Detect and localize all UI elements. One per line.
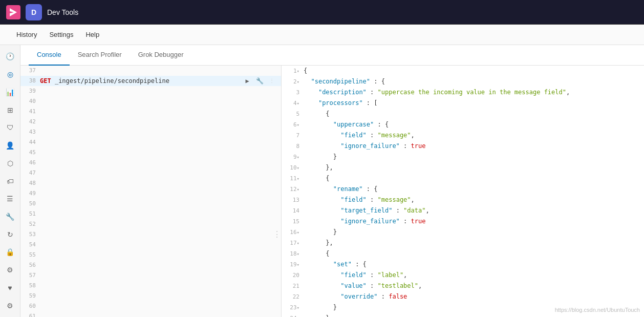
sidebar-icon-stack[interactable]: ☰ bbox=[2, 192, 18, 206]
sidebar-icon-wrench[interactable]: 🔧 bbox=[2, 209, 18, 224]
split-pane: 37 38 GET _ingest/pipeline/secondpipelin… bbox=[20, 66, 644, 317]
json-line-13: 13 "field" : "message", bbox=[282, 195, 644, 205]
editor-line-42: 42 bbox=[20, 117, 281, 127]
json-line-16: 16 } bbox=[282, 227, 644, 238]
editor-line-54: 54 bbox=[20, 240, 281, 250]
menu-settings[interactable]: Settings bbox=[43, 25, 79, 45]
editor-line-61: 61 bbox=[20, 311, 281, 317]
sidebar: 🕐 ◎ 📊 ⊞ 🛡 👤 ⬡ 🏷 ☰ 🔧 ↻ 🔒 ⚙ ♥ ⚙ bbox=[0, 45, 20, 317]
drag-handle[interactable]: ⋮ bbox=[267, 76, 277, 86]
kibana-logo bbox=[6, 5, 20, 19]
sidebar-icon-cycle[interactable]: ↻ bbox=[2, 227, 18, 242]
editor-line-45: 45 bbox=[20, 147, 281, 158]
menu-bar: History Settings Help bbox=[0, 25, 644, 45]
json-line-14: 14 "target_field" : "data", bbox=[282, 205, 644, 216]
editor-line-44: 44 bbox=[20, 137, 281, 147]
editor-line-51: 51 bbox=[20, 209, 281, 219]
sidebar-icon-clock[interactable]: 🕐 bbox=[2, 49, 18, 64]
editor-lines[interactable]: 37 38 GET _ingest/pipeline/secondpipelin… bbox=[20, 66, 281, 317]
editor-line-48: 48 bbox=[20, 178, 281, 188]
json-line-4: 4 "processors" : [ bbox=[282, 98, 644, 109]
line-actions-38: ▶ 🔧 ⋮ bbox=[242, 76, 277, 86]
json-line-8: 8 "ignore_failure" : true bbox=[282, 141, 644, 152]
editor-line-57: 57 bbox=[20, 270, 281, 281]
json-line-20: 20 "field" : "label", bbox=[282, 270, 644, 281]
menu-help[interactable]: Help bbox=[79, 25, 105, 45]
editor-line-40: 40 bbox=[20, 96, 281, 107]
editor-line-58: 58 bbox=[20, 281, 281, 291]
json-line-22: 22 "override" : false bbox=[282, 291, 644, 302]
json-line-24: 24 } bbox=[282, 313, 644, 317]
sidebar-icon-compass[interactable]: ◎ bbox=[2, 67, 18, 82]
json-line-12: 12 "rename" : { bbox=[282, 184, 644, 195]
editor-line-43: 43 bbox=[20, 127, 281, 137]
json-line-5: 5 { bbox=[282, 109, 644, 119]
editor-line-59: 59 bbox=[20, 291, 281, 301]
sidebar-icon-gear[interactable]: ⚙ bbox=[2, 298, 18, 313]
editor-line-55: 55 bbox=[20, 250, 281, 260]
app-icon: D bbox=[26, 4, 42, 20]
sidebar-icon-shield[interactable]: 🛡 bbox=[2, 120, 18, 135]
tab-bar: Console Search Profiler Grok Debugger bbox=[20, 45, 644, 66]
editor-line-37: 37 bbox=[20, 66, 281, 76]
menu-history[interactable]: History bbox=[10, 25, 43, 45]
sidebar-icon-heart[interactable]: ♥ bbox=[2, 281, 18, 295]
editor-line-41: 41 bbox=[20, 107, 281, 117]
sidebar-icon-lock[interactable]: 🔒 bbox=[2, 245, 18, 260]
sidebar-icon-tag[interactable]: 🏷 bbox=[2, 174, 18, 188]
main-layout: 🕐 ◎ 📊 ⊞ 🛡 👤 ⬡ 🏷 ☰ 🔧 ↻ 🔒 ⚙ ♥ ⚙ Console Se… bbox=[0, 45, 644, 317]
left-editor-pane: 37 38 GET _ingest/pipeline/secondpipelin… bbox=[20, 66, 282, 317]
right-output-pane[interactable]: 1 { 2 "secondpipeline" : { 3 "descriptio… bbox=[282, 66, 644, 317]
sidebar-icon-cluster[interactable]: ⬡ bbox=[2, 156, 18, 171]
tab-search-profiler[interactable]: Search Profiler bbox=[70, 45, 130, 66]
sidebar-icon-tools[interactable]: ⚙ bbox=[2, 263, 18, 278]
editor-line-56: 56 bbox=[20, 260, 281, 270]
editor-line-53: 53 ⋮ bbox=[20, 229, 281, 240]
editor-line-50: 50 bbox=[20, 199, 281, 209]
wrench-action[interactable]: 🔧 bbox=[254, 76, 265, 86]
tab-grok-debugger[interactable]: Grok Debugger bbox=[130, 45, 192, 66]
json-line-9: 9 } bbox=[282, 152, 644, 162]
editor-line-39: 39 bbox=[20, 86, 281, 96]
content-area: Console Search Profiler Grok Debugger 37… bbox=[20, 45, 644, 317]
json-line-2: 2 "secondpipeline" : { bbox=[282, 76, 644, 87]
json-line-6: 6 "uppercase" : { bbox=[282, 119, 644, 130]
app-title: Dev Tools bbox=[47, 8, 78, 16]
json-line-23: 23 } bbox=[282, 302, 644, 313]
sidebar-icon-chart[interactable]: 📊 bbox=[2, 84, 18, 99]
json-line-18: 18 { bbox=[282, 248, 644, 259]
sidebar-icon-layers[interactable]: ⊞ bbox=[2, 102, 18, 117]
json-line-15: 15 "ignore_failure" : true bbox=[282, 216, 644, 227]
editor-line-46: 46 bbox=[20, 158, 281, 168]
json-line-1: 1 { bbox=[282, 66, 644, 76]
editor-line-60: 60 bbox=[20, 301, 281, 311]
editor-line-52: 52 bbox=[20, 219, 281, 229]
json-line-10: 10 }, bbox=[282, 162, 644, 173]
run-button[interactable]: ▶ bbox=[242, 76, 252, 86]
sidebar-icon-user[interactable]: 👤 bbox=[2, 138, 18, 153]
json-line-21: 21 "value" : "testlabel", bbox=[282, 281, 644, 291]
json-line-3: 3 "description" : "uppercase the incomin… bbox=[282, 87, 644, 98]
top-bar: D Dev Tools bbox=[0, 0, 644, 25]
json-line-7: 7 "field" : "message", bbox=[282, 130, 644, 141]
json-line-19: 19 "set" : { bbox=[282, 259, 644, 270]
json-line-11: 11 { bbox=[282, 173, 644, 184]
tab-console[interactable]: Console bbox=[29, 45, 70, 66]
editor-line-49: 49 bbox=[20, 188, 281, 199]
json-line-17: 17 }, bbox=[282, 238, 644, 248]
editor-line-38: 38 GET _ingest/pipeline/secondpipeline ▶… bbox=[20, 76, 281, 86]
editor-line-47: 47 bbox=[20, 168, 281, 178]
